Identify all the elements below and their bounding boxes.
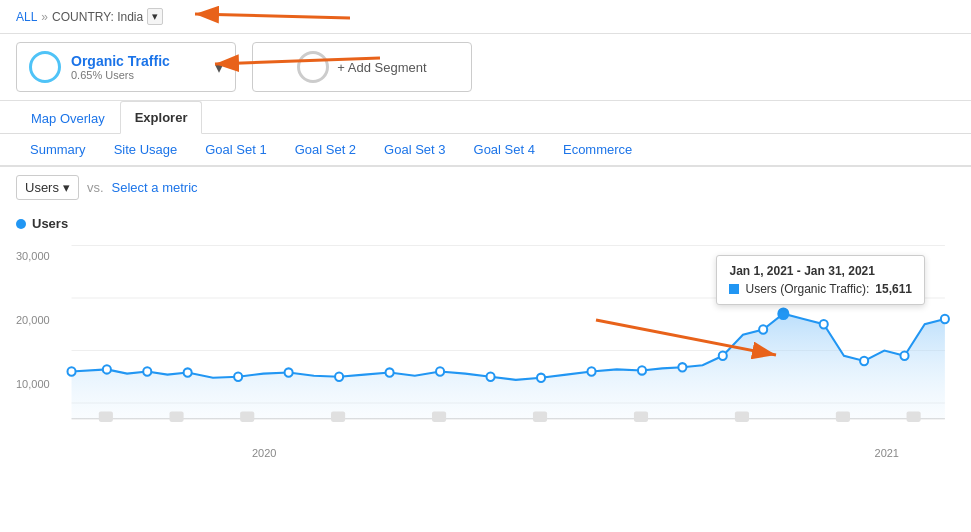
segment-name: Organic Traffic [71, 53, 170, 69]
tooltip-metric-label: Users (Organic Traffic): [745, 282, 869, 296]
tab-site-usage[interactable]: Site Usage [100, 134, 192, 167]
tooltip-value: 15,611 [875, 282, 912, 296]
metric-dropdown-icon: ▾ [63, 180, 70, 195]
svg-point-19 [487, 373, 495, 381]
svg-point-23 [678, 363, 686, 371]
svg-marker-9 [72, 314, 945, 419]
y-label-20k: 20,000 [16, 314, 50, 326]
svg-point-16 [335, 373, 343, 381]
segment-row: Organic Traffic 0.65% Users ▾ + Add Segm… [0, 34, 971, 101]
svg-point-15 [285, 368, 293, 376]
svg-point-29 [900, 352, 908, 360]
segment-info: Organic Traffic 0.65% Users [71, 53, 170, 81]
tab-summary[interactable]: Summary [16, 134, 100, 167]
svg-point-21 [587, 367, 595, 375]
svg-rect-33 [240, 411, 254, 422]
svg-point-11 [103, 365, 111, 373]
svg-rect-38 [735, 411, 749, 422]
svg-rect-37 [634, 411, 648, 422]
svg-rect-31 [99, 411, 113, 422]
tab-map-overlay[interactable]: Map Overlay [16, 102, 120, 134]
breadcrumb-filter: COUNTRY: India ▾ [52, 8, 163, 25]
breadcrumb: ALL » COUNTRY: India ▾ [0, 0, 971, 34]
legend-label: Users [32, 216, 68, 231]
metric-label: Users [25, 180, 59, 195]
svg-rect-34 [331, 411, 345, 422]
add-segment-button[interactable]: + Add Segment [252, 42, 472, 92]
chart-area: Users 30,000 20,000 10,000 [0, 208, 971, 478]
add-segment-circle-icon [297, 51, 329, 83]
controls-row: Users ▾ vs. Select a metric [0, 167, 971, 208]
segment-dropdown-icon[interactable]: ▾ [215, 58, 223, 77]
svg-point-24 [719, 352, 727, 360]
select-metric-link[interactable]: Select a metric [112, 180, 198, 195]
y-label-30k: 30,000 [16, 250, 50, 262]
tab-goal-set-1[interactable]: Goal Set 1 [191, 134, 280, 167]
svg-point-20 [537, 374, 545, 382]
svg-rect-39 [836, 411, 850, 422]
organic-traffic-segment[interactable]: Organic Traffic 0.65% Users ▾ [16, 42, 236, 92]
tooltip-color-icon [729, 284, 739, 294]
tab-goal-set-4[interactable]: Goal Set 4 [460, 134, 549, 167]
tab-ecommerce[interactable]: Ecommerce [549, 134, 646, 167]
breadcrumb-all[interactable]: ALL [16, 10, 37, 24]
svg-line-1 [195, 14, 350, 18]
tooltip-metric: Users (Organic Traffic): 15,611 [729, 282, 912, 296]
tooltip-date: Jan 1, 2021 - Jan 31, 2021 [729, 264, 912, 278]
svg-rect-32 [169, 411, 183, 422]
segment-circle-icon [29, 51, 61, 83]
x-axis-labels: 2020 2021 [16, 445, 955, 459]
svg-point-10 [67, 367, 75, 375]
svg-point-12 [143, 367, 151, 375]
x-label-2021: 2021 [875, 447, 899, 459]
chart-legend: Users [16, 208, 955, 235]
svg-point-30 [941, 315, 949, 323]
svg-point-26 [778, 309, 788, 320]
svg-point-25 [759, 325, 767, 333]
svg-point-27 [820, 320, 828, 328]
tab-goal-set-3[interactable]: Goal Set 3 [370, 134, 459, 167]
segment-sub: 0.65% Users [71, 69, 170, 81]
tab-explorer[interactable]: Explorer [120, 101, 203, 134]
breadcrumb-filter-text: COUNTRY: India [52, 10, 143, 24]
add-segment-label: + Add Segment [337, 60, 426, 75]
breadcrumb-dropdown[interactable]: ▾ [147, 8, 163, 25]
vs-label: vs. [87, 180, 104, 195]
svg-rect-36 [533, 411, 547, 422]
metric-tabs: Summary Site Usage Goal Set 1 Goal Set 2… [0, 134, 971, 167]
chart-svg: Jan 1, 2021 - Jan 31, 2021 Users (Organi… [16, 235, 955, 445]
svg-rect-40 [907, 411, 921, 422]
y-label-10k: 10,000 [16, 378, 50, 390]
legend-dot-icon [16, 219, 26, 229]
svg-point-17 [386, 368, 394, 376]
tab-goal-set-2[interactable]: Goal Set 2 [281, 134, 370, 167]
svg-point-22 [638, 366, 646, 374]
view-tabs: Map Overlay Explorer [0, 101, 971, 134]
svg-point-28 [860, 357, 868, 365]
svg-point-13 [184, 368, 192, 376]
breadcrumb-sep: » [41, 10, 48, 24]
metric-dropdown[interactable]: Users ▾ [16, 175, 79, 200]
chart-tooltip: Jan 1, 2021 - Jan 31, 2021 Users (Organi… [716, 255, 925, 305]
svg-point-14 [234, 373, 242, 381]
svg-point-18 [436, 367, 444, 375]
x-label-2020: 2020 [252, 447, 276, 459]
svg-rect-35 [432, 411, 446, 422]
